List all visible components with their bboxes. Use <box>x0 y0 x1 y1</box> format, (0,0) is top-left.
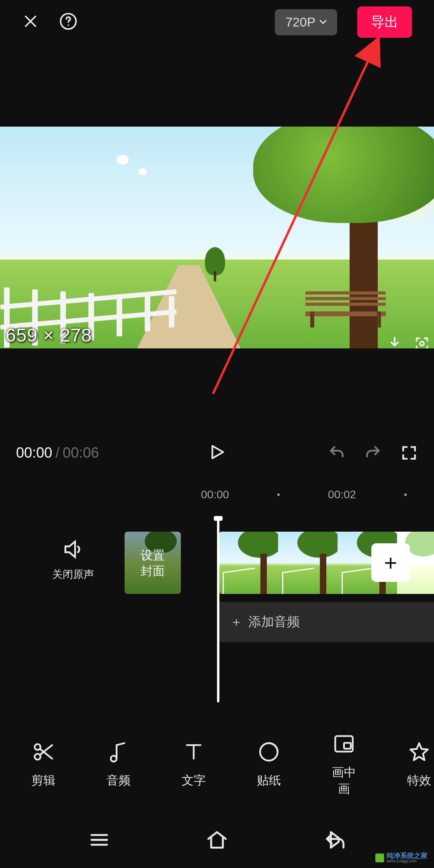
timeline[interactable]: 00:00 00:02 关闭原声 设置 封面 + ＋ 添加音 <box>0 486 434 602</box>
playhead[interactable] <box>217 518 219 702</box>
home-icon[interactable] <box>205 828 229 852</box>
chevron-down-icon <box>319 20 327 25</box>
svg-rect-7 <box>344 743 351 749</box>
resolution-selector[interactable]: 720P <box>275 9 337 35</box>
time-duration: 00:06 <box>63 444 99 461</box>
redo-button[interactable] <box>364 444 382 462</box>
help-button[interactable] <box>59 12 78 32</box>
svg-point-1 <box>68 25 69 26</box>
video-preview[interactable]: 659 × 278 <box>0 127 434 348</box>
text-icon <box>182 740 205 764</box>
music-note-icon <box>107 740 130 764</box>
star-icon <box>407 740 431 764</box>
fullscreen-button[interactable] <box>400 444 418 462</box>
tool-text[interactable]: 文字 <box>178 740 209 789</box>
timeline-ruler: 00:00 00:02 <box>0 486 434 504</box>
tool-edit[interactable]: 剪辑 <box>28 740 58 789</box>
time-current: 00:00 <box>16 444 52 461</box>
resolution-label: 720P <box>285 15 315 30</box>
svg-point-2 <box>420 342 424 346</box>
watermark: 纯净系统之家 www.ycwgjy.com <box>374 852 429 864</box>
tool-effects[interactable]: 特效 <box>404 740 434 789</box>
system-nav-bar <box>0 812 434 868</box>
dimensions-label: 659 × 278 <box>6 324 92 346</box>
add-audio-button[interactable]: ＋ 添加音频 <box>219 602 434 642</box>
plus-icon: ＋ <box>230 613 243 631</box>
mute-original-audio[interactable]: 关闭原声 <box>52 538 94 581</box>
undo-button[interactable] <box>328 444 346 462</box>
speaker-icon <box>61 538 85 561</box>
clip-frame[interactable] <box>278 532 338 594</box>
time-separator: / <box>55 444 59 461</box>
close-button[interactable] <box>22 13 39 31</box>
sticker-icon <box>257 740 280 764</box>
play-button[interactable] <box>208 443 226 463</box>
clip-frame[interactable] <box>219 532 278 594</box>
set-cover-button[interactable]: 设置 封面 <box>125 532 181 594</box>
player-controls: 00:00 / 00:06 <box>0 437 434 469</box>
pip-icon <box>332 732 356 755</box>
tool-pip[interactable]: 画中画 <box>329 732 359 797</box>
tool-audio[interactable]: 音频 <box>103 740 133 789</box>
add-clip-button[interactable]: + <box>371 543 410 582</box>
download-icon[interactable] <box>387 336 403 348</box>
tool-bar: 剪辑 音频 文字 贴纸 画中画 特效 <box>0 723 434 806</box>
tool-sticker[interactable]: 贴纸 <box>254 740 284 789</box>
back-icon[interactable] <box>323 828 346 852</box>
scissors-icon <box>32 740 55 764</box>
focus-icon[interactable] <box>414 336 430 348</box>
recent-apon[interactable] <box>88 828 111 852</box>
export-button[interactable]: 导出 <box>357 6 412 38</box>
